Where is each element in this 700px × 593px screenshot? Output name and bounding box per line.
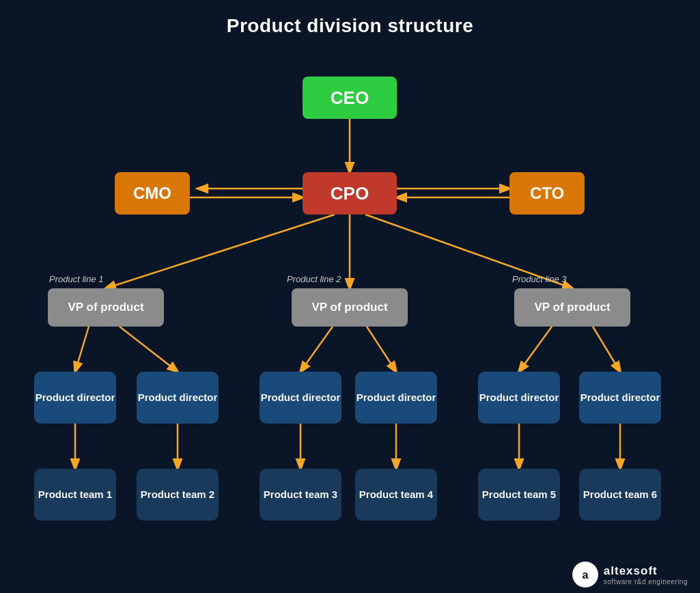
cmo-node: CMO (115, 172, 190, 215)
vp3-node: VP of product (514, 288, 630, 327)
svg-line-13 (367, 327, 396, 372)
vp2-node: VP of product (292, 288, 408, 327)
svg-line-10 (75, 327, 89, 372)
product-line-2-label: Product line 2 (287, 274, 341, 284)
logo-icon: a (572, 562, 598, 588)
logo-area: a altexsoft software r&d engineering (572, 562, 688, 588)
director-2a-node: Product director (260, 372, 341, 424)
team-6-node: Product team 6 (579, 469, 661, 521)
director-3a-node: Product director (478, 372, 560, 424)
director-1b-node: Product director (137, 372, 219, 424)
svg-line-11 (120, 327, 178, 372)
org-chart: CEO CPO CMO CTO Product line 1 Product l… (0, 37, 700, 593)
svg-line-15 (593, 327, 620, 372)
logo-name: altexsoft (604, 564, 688, 578)
logo-text: altexsoft software r&d engineering (604, 564, 688, 585)
svg-line-12 (300, 327, 333, 372)
team-3-node: Product team 3 (260, 469, 341, 521)
product-line-3-label: Product line 3 (512, 274, 567, 284)
team-1-node: Product team 1 (34, 469, 116, 521)
team-4-node: Product team 4 (355, 469, 437, 521)
cto-node: CTO (509, 172, 585, 215)
director-1a-node: Product director (34, 372, 116, 424)
director-2b-node: Product director (355, 372, 437, 424)
page-title: Product division structure (0, 0, 700, 37)
vp1-node: VP of product (48, 288, 164, 327)
logo-tagline: software r&d engineering (604, 578, 688, 585)
svg-text:a: a (582, 569, 588, 581)
product-line-1-label: Product line 1 (49, 274, 104, 284)
cpo-node: CPO (303, 172, 397, 215)
team-2-node: Product team 2 (137, 469, 219, 521)
director-3b-node: Product director (579, 372, 661, 424)
team-5-node: Product team 5 (478, 469, 560, 521)
ceo-node: CEO (303, 77, 397, 119)
svg-line-14 (519, 327, 552, 372)
